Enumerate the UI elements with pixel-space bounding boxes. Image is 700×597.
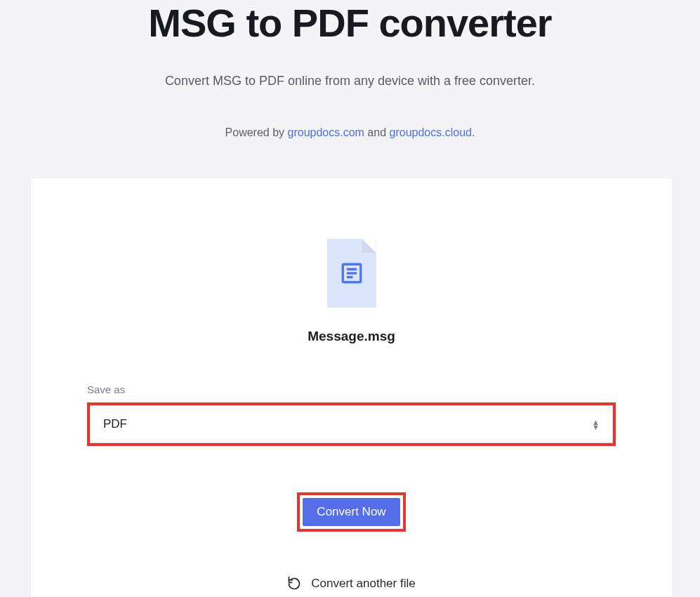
convert-now-button[interactable]: Convert Now xyxy=(303,498,399,526)
groupdocs-cloud-link[interactable]: groupdocs.cloud xyxy=(390,126,472,138)
powered-suffix: . xyxy=(472,126,475,138)
save-as-label: Save as xyxy=(87,383,616,395)
format-select[interactable]: PDF ▲▼ xyxy=(90,405,613,443)
reload-icon xyxy=(287,577,301,591)
format-selected-value: PDF xyxy=(103,417,127,431)
convert-another-label: Convert another file xyxy=(311,577,415,591)
chevron-updown-icon: ▲▼ xyxy=(592,420,600,429)
converter-card: Message.msg Save as PDF ▲▼ Convert Now xyxy=(31,178,672,597)
uploaded-file-name: Message.msg xyxy=(87,329,616,344)
convert-another-link[interactable]: Convert another file xyxy=(287,577,415,591)
powered-by-line: Powered by groupdocs.com and groupdocs.c… xyxy=(0,126,700,139)
powered-prefix: Powered by xyxy=(225,126,288,138)
doc-lines-icon xyxy=(339,261,364,286)
uploaded-file-area: Message.msg xyxy=(87,221,616,344)
format-select-highlight: PDF ▲▼ xyxy=(87,402,616,446)
powered-and: and xyxy=(364,126,390,138)
groupdocs-com-link[interactable]: groupdocs.com xyxy=(288,126,364,138)
convert-button-highlight: Convert Now xyxy=(297,492,405,532)
document-icon xyxy=(327,239,376,308)
page-title: MSG to PDF converter xyxy=(0,0,700,46)
page-subtitle: Convert MSG to PDF online from any devic… xyxy=(0,74,700,88)
